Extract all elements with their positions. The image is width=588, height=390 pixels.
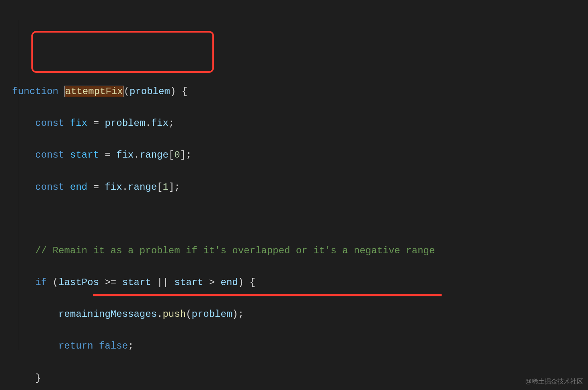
variable-start: start — [70, 150, 99, 160]
variable-end: end — [70, 182, 87, 193]
keyword-return: return — [58, 341, 93, 351]
keyword-const: const — [35, 118, 64, 129]
keyword-function: function — [12, 86, 58, 97]
code-line: } — [12, 370, 588, 386]
watermark: @稀土掘金技术社区 — [525, 376, 583, 387]
code-editor[interactable]: function attemptFix(problem) { const fix… — [12, 68, 588, 390]
code-line: // Remain it as a problem if it's overla… — [12, 243, 588, 259]
highlight-box-annotation — [31, 31, 214, 73]
code-line: const start = fix.range[0]; — [12, 147, 588, 163]
keyword-if: if — [35, 277, 47, 288]
code-line: remainingMessages.push(problem); — [12, 306, 588, 322]
code-line: function attemptFix(problem) { — [12, 84, 588, 100]
function-name: attemptFix — [64, 86, 124, 97]
code-line: const fix = problem.fix; — [12, 115, 588, 131]
code-line — [12, 211, 588, 227]
code-line: const end = fix.range[1]; — [12, 179, 588, 195]
parameter: problem — [130, 86, 170, 97]
boolean-false: false — [99, 341, 128, 351]
code-line: if (lastPos >= start || start > end) { — [12, 275, 588, 291]
comment: // Remain it as a problem if it's overla… — [35, 245, 435, 256]
code-line: return false; — [12, 338, 588, 354]
variable-remaining: remainingMessages — [58, 309, 157, 320]
variable-fix: fix — [70, 118, 87, 129]
